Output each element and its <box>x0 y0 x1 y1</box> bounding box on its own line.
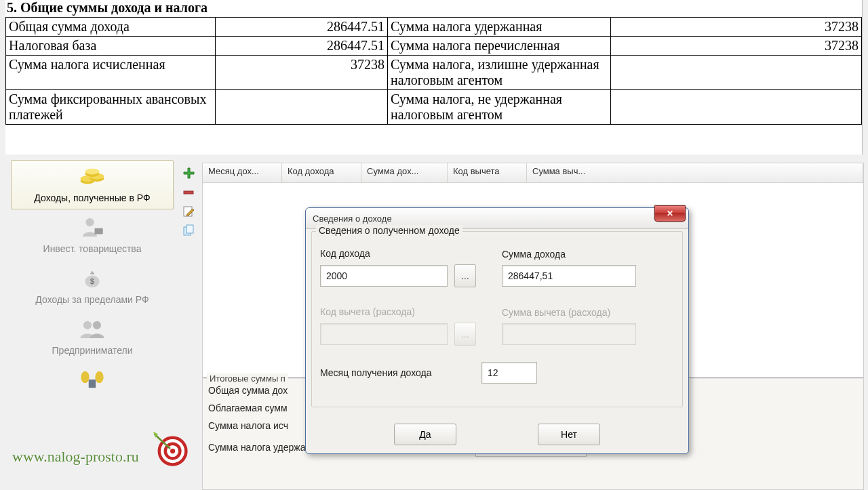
table-cell-label: Сумма налога, излишне удержанная налогов… <box>388 56 611 90</box>
table-cell-label: Сумма налога удержанная <box>388 18 611 37</box>
grid-header-cell[interactable]: Сумма выч... <box>527 163 863 182</box>
remove-button[interactable] <box>180 184 197 201</box>
table-cell-label: Сумма налога, не удержанная налоговым аг… <box>388 90 611 125</box>
table-cell-label: Сумма фиксированных авансовых платежей <box>6 90 216 125</box>
close-icon: ✕ <box>667 209 673 218</box>
income-sum-input[interactable] <box>502 265 636 287</box>
sidebar-item-label: Доходы, полученные в РФ <box>14 192 170 203</box>
income-code-label: Код дохода <box>320 248 483 259</box>
sidebar-item-label: Доходы за пределами РФ <box>14 294 170 305</box>
svg-point-21 <box>170 449 175 453</box>
vertical-toolbar <box>179 163 198 241</box>
table-cell-label: Сумма налога исчисленная <box>6 56 216 90</box>
table-cell-value <box>216 90 388 125</box>
grid-header: Месяц дох... Код дохода Сумма дох... Код… <box>203 163 863 183</box>
svg-point-11 <box>93 321 101 329</box>
document-section: 5. Общие суммы дохода и налога Общая сум… <box>5 0 863 155</box>
deduction-code-input <box>320 323 448 345</box>
fieldset-legend: Сведения о полученном доходе <box>316 225 462 236</box>
svg-point-5 <box>85 169 100 175</box>
cancel-button-label: Нет <box>561 429 577 440</box>
deduction-code-label: Код вычета (расхода) <box>320 306 483 317</box>
table-cell-value <box>611 56 862 90</box>
svg-rect-14 <box>89 380 96 388</box>
grid-header-cell[interactable]: Сумма дох... <box>361 163 448 182</box>
dialog-title: Сведения о доходе <box>313 213 392 224</box>
edit-button[interactable] <box>180 203 197 220</box>
ellipsis-icon: ... <box>461 329 469 340</box>
grid-header-cell[interactable]: Месяц дох... <box>203 163 282 182</box>
month-label: Месяц получения дохода <box>320 367 462 378</box>
people-icon <box>78 317 106 340</box>
table-cell-value <box>611 90 862 125</box>
target-dart-icon <box>152 430 189 467</box>
svg-point-10 <box>83 321 92 329</box>
deduction-code-lookup-button: ... <box>454 323 476 346</box>
sidebar-item-invest[interactable]: Инвест. товарищества <box>11 211 174 260</box>
totals-title: Итоговые суммы п <box>207 373 288 384</box>
sidebar-item-income-rf[interactable]: Доходы, полученные в РФ <box>11 160 174 209</box>
minus-icon <box>182 186 195 199</box>
svg-rect-7 <box>95 228 103 234</box>
table-cell-label: Налоговая база <box>6 37 216 56</box>
document-section-title: 5. Общие суммы дохода и налога <box>5 0 862 17</box>
copy-button[interactable] <box>180 222 197 239</box>
cancel-button[interactable]: Нет <box>538 424 600 445</box>
person-briefcase-icon <box>78 216 106 239</box>
svg-point-6 <box>85 218 94 226</box>
sidebar-item-entrepreneurs[interactable]: Предприниматели <box>11 312 174 362</box>
table-cell-value: 37238 <box>216 56 388 90</box>
income-fieldset: Сведения о полученном доходе Код дохода … <box>311 231 683 407</box>
deduction-sum-input <box>502 323 636 345</box>
dialog-close-button[interactable]: ✕ <box>654 205 686 222</box>
ok-button[interactable]: Да <box>394 424 456 445</box>
sidebar-item-label: Предприниматели <box>14 345 170 356</box>
table-cell-value: 286447.51 <box>216 37 388 56</box>
income-sum-label: Сумма дохода <box>502 249 674 260</box>
ellipsis-icon: ... <box>461 270 469 281</box>
table-cell-label: Сумма налога перечисленная <box>388 37 611 56</box>
svg-point-13 <box>95 371 103 384</box>
income-code-input[interactable] <box>320 265 448 287</box>
sidebar-item-income-foreign[interactable]: $ Доходы за пределами РФ <box>11 262 174 311</box>
svg-rect-15 <box>184 191 193 194</box>
grid-header-cell[interactable]: Код дохода <box>282 163 361 182</box>
ok-button-label: Да <box>419 429 431 440</box>
svg-point-12 <box>81 371 89 384</box>
add-button[interactable] <box>180 165 197 182</box>
plus-icon <box>182 167 195 180</box>
svg-text:$: $ <box>90 277 94 285</box>
deduction-sum-label: Сумма вычета (расхода) <box>502 307 674 318</box>
copy-icon <box>182 224 195 237</box>
table-cell-value: 37238 <box>611 18 862 37</box>
month-input[interactable] <box>481 362 537 384</box>
table-cell-label: Общая сумма дохода <box>6 18 216 37</box>
grid-header-cell[interactable]: Код вычета <box>448 163 527 182</box>
sidebar-item-extra[interactable] <box>11 363 174 402</box>
table-cell-value: 37238 <box>611 37 862 56</box>
income-dialog: Сведения о доходе ✕ Сведения о полученно… <box>305 207 689 454</box>
table-cell-value: 286447.51 <box>216 18 388 37</box>
edit-icon <box>182 205 195 218</box>
money-bag-icon: $ <box>78 266 106 289</box>
sidebar: Доходы, полученные в РФ Инвест. товарище… <box>11 160 174 490</box>
calculator-coins-icon <box>78 368 106 391</box>
sidebar-item-label: Инвест. товарищества <box>14 243 170 254</box>
tax-summary-table: Общая сумма дохода 286447.51 Сумма налог… <box>5 17 862 125</box>
income-code-lookup-button[interactable]: ... <box>454 264 476 287</box>
coins-icon <box>78 165 106 188</box>
svg-rect-18 <box>186 225 193 233</box>
watermark-text: www.nalog-prosto.ru <box>12 448 139 466</box>
